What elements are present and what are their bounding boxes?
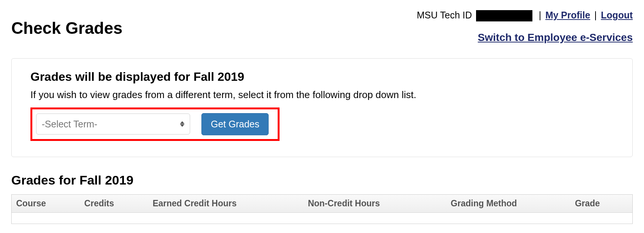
panel-subtext: If you wish to view grades from a differ…	[30, 89, 614, 101]
col-method: Grading Method	[446, 194, 571, 212]
term-select-placeholder: -Select Term-	[42, 119, 97, 130]
separator: |	[594, 10, 599, 20]
grades-table: Course Credits Earned Credit Hours Non-C…	[11, 194, 633, 224]
tech-id-value-redacted	[476, 10, 532, 21]
col-course: Course	[12, 194, 80, 212]
term-select[interactable]: -Select Term-	[36, 113, 190, 135]
term-panel: Grades will be displayed for Fall 2019 I…	[11, 58, 633, 157]
table-row	[12, 212, 633, 224]
col-earned: Earned Credit Hours	[148, 194, 303, 212]
highlight-box: -Select Term- Get Grades	[30, 107, 280, 141]
page-title: Check Grades	[11, 19, 122, 38]
col-noncredit: Non-Credit Hours	[303, 194, 446, 212]
col-credits: Credits	[80, 194, 148, 212]
my-profile-link[interactable]: My Profile	[545, 10, 590, 20]
separator: |	[539, 10, 544, 20]
select-arrows-icon	[180, 121, 184, 127]
col-grade: Grade	[570, 194, 632, 212]
grades-section-title: Grades for Fall 2019	[11, 173, 633, 188]
switch-employee-link[interactable]: Switch to Employee e-Services	[417, 29, 633, 46]
panel-heading: Grades will be displayed for Fall 2019	[30, 70, 614, 84]
logout-link[interactable]: Logout	[601, 10, 633, 20]
get-grades-button[interactable]: Get Grades	[201, 113, 269, 135]
user-area: MSU Tech ID | My Profile | Logout Switch…	[417, 8, 633, 46]
tech-id-label: MSU Tech ID	[417, 10, 472, 20]
